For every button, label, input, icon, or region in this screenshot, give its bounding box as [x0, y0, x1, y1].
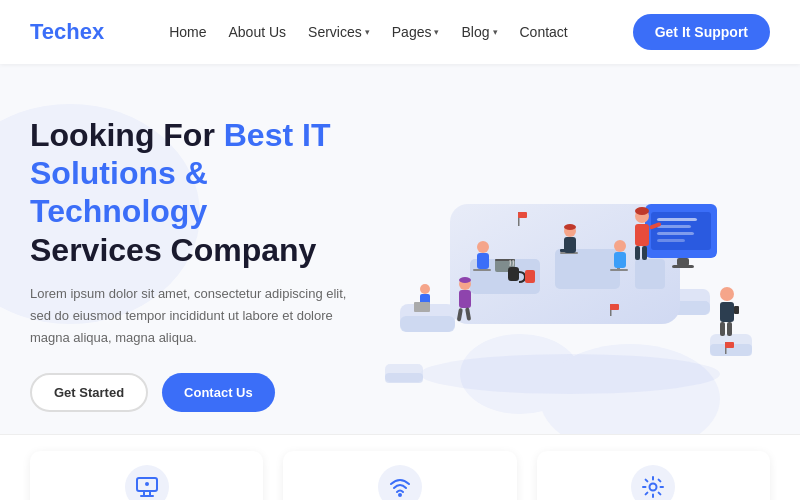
svg-point-22 — [635, 207, 649, 215]
hero-buttons: Get Started Contact Us — [30, 373, 370, 412]
svg-rect-45 — [720, 322, 725, 336]
svg-point-0 — [420, 354, 720, 394]
nav-item-blog[interactable]: Blog ▾ — [461, 24, 497, 40]
hero-description: Lorem ipsum dolor sit amet, consectetur … — [30, 283, 350, 349]
svg-rect-50 — [459, 290, 471, 308]
svg-rect-44 — [720, 302, 734, 322]
nav-item-about[interactable]: About Us — [228, 24, 286, 40]
svg-point-29 — [477, 241, 489, 253]
get-started-button[interactable]: Get Started — [30, 373, 148, 412]
svg-point-70 — [650, 484, 657, 491]
nav-link-services[interactable]: Services ▾ — [308, 24, 370, 40]
contact-us-button[interactable]: Contact Us — [162, 373, 275, 412]
svg-point-49 — [459, 277, 471, 283]
nav-item-services[interactable]: Services ▾ — [308, 24, 370, 40]
hero-title-plain: Looking For — [30, 117, 224, 153]
svg-rect-23 — [635, 224, 649, 246]
logo-prefix: Tech — [30, 19, 80, 44]
svg-rect-61 — [610, 304, 619, 310]
svg-rect-12 — [635, 259, 665, 289]
svg-rect-20 — [672, 265, 694, 268]
hero-section: Looking For Best ITSolutions & Technolog… — [0, 64, 800, 434]
hero-text: Looking For Best ITSolutions & Technolog… — [30, 116, 370, 413]
svg-rect-47 — [734, 306, 739, 314]
wifi-icon — [387, 474, 413, 500]
svg-rect-38 — [560, 249, 574, 252]
card-icon-1 — [125, 465, 169, 500]
svg-point-69 — [398, 493, 402, 497]
chevron-down-icon: ▾ — [434, 27, 439, 37]
nav-item-home[interactable]: Home — [169, 24, 206, 40]
navbar: Techex Home About Us Services ▾ Pages ▾ … — [0, 0, 800, 64]
card-1 — [30, 451, 263, 500]
svg-rect-55 — [414, 302, 430, 312]
svg-rect-30 — [477, 253, 489, 269]
nav-menu: Home About Us Services ▾ Pages ▾ Blog ▾ … — [169, 24, 568, 40]
svg-rect-11 — [555, 249, 620, 289]
hero-illustration — [370, 94, 770, 434]
nav-item-contact[interactable]: Contact — [520, 24, 568, 40]
bottom-cards-section — [0, 434, 800, 500]
svg-rect-25 — [642, 246, 647, 260]
svg-rect-16 — [657, 225, 691, 228]
support-button[interactable]: Get It Support — [633, 14, 770, 50]
svg-point-53 — [420, 284, 430, 294]
nav-link-home[interactable]: Home — [169, 24, 206, 40]
svg-rect-17 — [657, 232, 694, 235]
svg-point-41 — [614, 240, 626, 252]
svg-rect-56 — [508, 267, 519, 281]
logo-suffix: ex — [80, 19, 104, 44]
card-icon-2 — [378, 465, 422, 500]
card-2 — [283, 451, 516, 500]
svg-point-36 — [564, 224, 576, 230]
svg-rect-57 — [525, 270, 535, 283]
isometric-illustration — [370, 94, 770, 414]
svg-rect-32 — [495, 259, 515, 261]
nav-item-pages[interactable]: Pages ▾ — [392, 24, 440, 40]
svg-rect-59 — [518, 212, 527, 218]
svg-rect-63 — [725, 342, 734, 348]
hero-title-end: Services Company — [30, 232, 316, 268]
svg-rect-15 — [657, 218, 697, 221]
chevron-down-icon: ▾ — [493, 27, 498, 37]
svg-rect-2 — [400, 316, 455, 332]
svg-point-68 — [145, 482, 149, 486]
svg-rect-14 — [651, 212, 711, 250]
svg-rect-8 — [385, 373, 423, 383]
svg-rect-24 — [635, 246, 640, 260]
svg-rect-46 — [727, 322, 732, 336]
monitor-icon — [134, 474, 160, 500]
gear-icon — [640, 474, 666, 500]
nav-link-contact[interactable]: Contact — [520, 24, 568, 40]
svg-rect-42 — [614, 252, 626, 268]
svg-point-43 — [720, 287, 734, 301]
nav-link-blog[interactable]: Blog ▾ — [461, 24, 497, 40]
nav-link-about[interactable]: About Us — [228, 24, 286, 40]
svg-rect-18 — [657, 239, 685, 242]
card-3 — [537, 451, 770, 500]
nav-link-pages[interactable]: Pages ▾ — [392, 24, 440, 40]
hero-title: Looking For Best ITSolutions & Technolog… — [30, 116, 370, 270]
logo: Techex — [30, 19, 104, 45]
card-icon-3 — [631, 465, 675, 500]
chevron-down-icon: ▾ — [365, 27, 370, 37]
svg-rect-19 — [677, 258, 689, 266]
